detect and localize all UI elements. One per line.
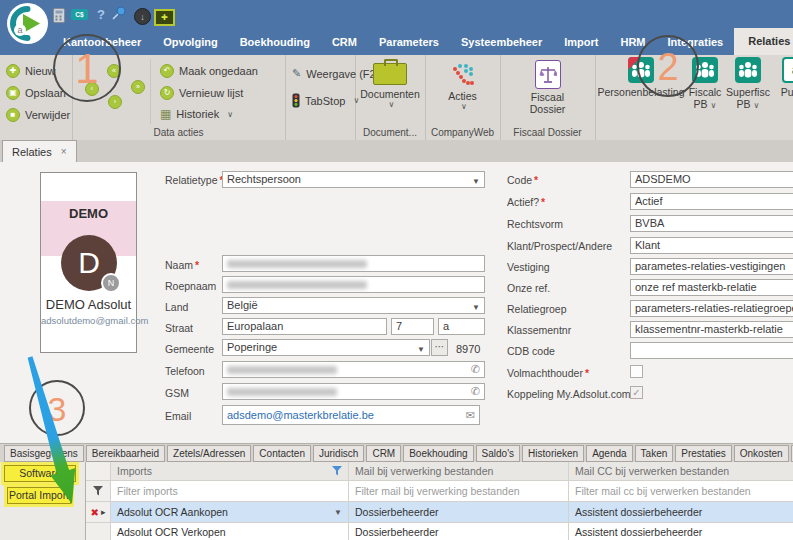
huisnummer-input[interactable]: 7 [391,318,434,335]
refresh-label: Vernieuw lijst [179,87,243,99]
portal-import-button[interactable]: Portal Import [7,487,71,504]
tab-historieken[interactable]: Historieken [522,445,584,462]
telefoon-input[interactable]: ✆ [222,361,485,378]
add-icon[interactable]: ✚ [154,9,175,26]
menu-item-boekhouding[interactable]: Boekhouding [229,36,321,48]
cell-mail[interactable]: Dossierbeheerder [349,523,569,540]
nav-first-button[interactable]: « [107,64,121,78]
menu-item-import[interactable]: Import [553,36,609,48]
cell-import[interactable]: Adsolut OCR Aankopen ▼ [111,502,349,523]
gemeente-lookup-button[interactable]: ⋯ [431,339,448,356]
grid-corner-cell [86,462,111,481]
tab-crm[interactable]: CRM [366,445,401,462]
koppeling-checkbox[interactable]: ✓ [630,386,643,399]
column-header-imports[interactable]: Imports [111,462,349,481]
chevron-down-icon: ▼ [417,343,425,356]
volmachthouder-checkbox[interactable] [630,365,643,378]
delete-button[interactable]: ■Verwijder [6,108,70,122]
roepnaam-input[interactable] [222,276,485,293]
nav-play-button[interactable]: › [108,95,122,109]
filter-imports-input[interactable]: Filter imports [111,481,349,502]
tab-taken[interactable]: Taken [635,445,674,462]
tab-boekhouding[interactable]: Boekhouding [403,445,473,462]
menu-item-systeembeheer[interactable]: Systeembeheer [450,36,553,48]
nav-next-button[interactable]: » [131,80,145,94]
gemeente-select[interactable]: Poperinge▼ [222,339,430,356]
rechtsvorm-input[interactable]: BVBA [630,215,793,232]
help-icon[interactable]: ? [97,7,105,22]
chat-currency-icon[interactable]: C$ [71,9,88,20]
cell-mail[interactable]: Dossierbeheerder [349,502,569,523]
tab-onkosten[interactable]: Onkosten [734,445,789,462]
pin-icon[interactable] [110,6,126,22]
personenbelasting-button[interactable]: Personenbelasting [597,57,685,98]
klant-prospect-input[interactable]: Klant [630,237,793,254]
new-button[interactable]: ✚Nieuw [6,64,56,78]
klassementnr-input[interactable]: klassementnr-masterkb-relatie [630,321,793,338]
undo-button[interactable]: ↶Maak ongedaan [160,64,258,78]
menu-item-kantoorbeheer[interactable]: Kantoorbeheer [52,36,152,48]
filter-mail-input[interactable]: Filter mail bij verwerking bestanden [349,481,569,502]
actions-button[interactable]: Acties ∨ [425,59,500,111]
menu-item-crm[interactable]: CRM [321,36,368,48]
column-header-mail[interactable]: Mail bij verwerking bestanden [349,462,569,481]
chevron-down-icon: ∨ [227,110,233,119]
superfisc-pb-button[interactable]: Superfisc PB∨ [725,57,771,110]
naam-input[interactable] [222,255,485,272]
tab-agenda[interactable]: Agenda [586,445,632,462]
menu-item-hrm[interactable]: HRM [609,36,656,48]
history-button[interactable]: ▦ Historiek ∨ [160,108,233,120]
public-label: Public [771,86,793,98]
vestiging-input[interactable]: parametes-relaties-vestigingen [630,258,793,275]
software-button[interactable]: Software [4,465,76,482]
tab-basisgegevens[interactable]: Basisgegevens [4,445,84,462]
tab-saldos[interactable]: Saldo's [476,445,521,462]
tab-zetels-adressen[interactable]: Zetels/Adressen [167,445,251,462]
tab-bereikbaarheid[interactable]: Bereikbaarheid [86,445,165,462]
documents-button[interactable]: Documenten ∨ [355,59,425,109]
menu-item-opvolging[interactable]: Opvolging [152,36,228,48]
straat-input[interactable]: Europalaan [222,318,387,335]
tabstop-button[interactable]: TabStop ∨ [292,93,359,108]
filter-mail-cc-input[interactable]: Filter mail cc bij verwerken bestanden [569,481,793,502]
save-button[interactable]: ▣Opslaan [6,86,66,100]
relatietype-select[interactable]: Rechtspersoon▼ [222,171,485,188]
filter-funnel-icon[interactable] [332,466,342,476]
calculator-icon[interactable] [53,8,65,23]
cell-import[interactable]: Adsolut OCR Verkopen [111,523,349,540]
people-group-icon [628,57,654,83]
relatiegroep-input[interactable]: parameters-relaties-relatiegroepen [630,300,793,317]
download-icon[interactable]: ↓ [134,8,151,25]
menu-item-integraties[interactable]: Integraties [657,36,735,48]
tab-juridisch[interactable]: Juridisch [313,445,364,462]
menu-item-relaties-active[interactable]: Relaties [734,28,793,55]
fiscal-dossier-button[interactable]: Fiscaal Dossier [500,59,595,115]
chevron-down-icon: ∨ [754,101,760,110]
code-label: Code* [507,174,538,186]
companyweb-dots-icon [450,62,476,88]
refresh-list-button[interactable]: ↻Vernieuw lijst [160,86,243,100]
bus-input[interactable]: a [438,318,485,335]
ribbon-group-record: ✚Nieuw ▣Opslaan ■Verwijder [0,55,73,140]
close-icon[interactable]: × [61,146,67,157]
code-input[interactable]: ADSDEMO [630,171,793,188]
gsm-input[interactable]: ✆ [222,383,485,400]
avatar-badge: N [101,273,121,293]
onze-ref-input[interactable]: onze ref masterkb-relatie [630,279,793,296]
phone-icon: ✆ [471,363,480,376]
column-header-mail-cc[interactable]: Mail CC bij verwerken bestanden [569,462,793,481]
cdb-code-input[interactable] [630,342,793,359]
fiscalc-pb-button[interactable]: Fiscalc PB∨ [685,57,725,110]
email-input[interactable]: adsdemo@masterkbrelatie.be✉ [222,405,480,425]
tab-prestaties[interactable]: Prestaties [675,445,731,462]
chevron-down-icon: ▼ [472,301,480,314]
nav-previous-button[interactable]: ‹ [85,82,99,96]
actief-input[interactable]: Actief [630,193,793,210]
land-select[interactable]: België▼ [222,297,485,314]
tab-relaties[interactable]: Relaties × [2,140,77,162]
cell-mail-cc[interactable]: Assistent dossierbeheerder [569,523,793,540]
menu-item-parameters[interactable]: Parameters [368,36,450,48]
tab-contacten[interactable]: Contacten [253,445,311,462]
public-button[interactable]: a Public [771,57,793,98]
cell-mail-cc[interactable]: Assistent dossierbeheerder [569,502,793,523]
